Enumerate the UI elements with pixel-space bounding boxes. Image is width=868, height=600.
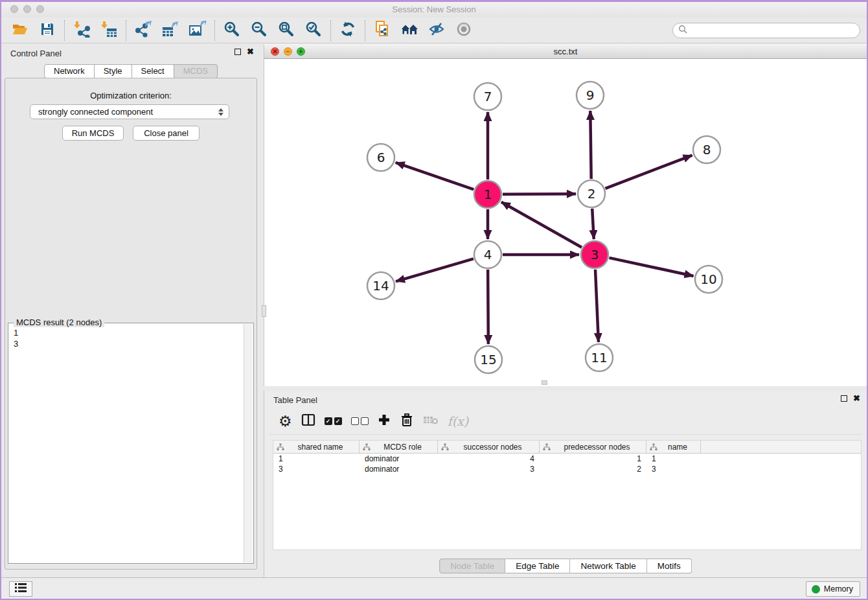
- delete-columns-button[interactable]: [400, 411, 414, 431]
- export-table-icon: [161, 21, 179, 40]
- save-icon: [40, 21, 55, 40]
- tab-edge-table[interactable]: Edge Table: [505, 559, 570, 573]
- table-cell[interactable]: 1: [646, 454, 701, 464]
- edge-3-10[interactable]: [609, 258, 693, 276]
- tab-motifs[interactable]: Motifs: [647, 559, 692, 573]
- split-columns-button[interactable]: [301, 411, 315, 431]
- float-panel-icon[interactable]: [234, 49, 241, 55]
- save-session-button[interactable]: [34, 19, 61, 41]
- export-table-button[interactable]: [157, 19, 184, 41]
- table-cell[interactable]: 3: [646, 464, 701, 474]
- network-graph[interactable]: 7968124314101511: [264, 59, 868, 386]
- network-view-titlebar[interactable]: ✕ − + scc.txt: [264, 44, 867, 59]
- list-icon: [14, 583, 27, 595]
- edge-2-9[interactable]: [590, 111, 591, 179]
- node-table[interactable]: shared nameMCDS rolesuccessor nodesprede…: [273, 440, 862, 550]
- column-header-successor-nodes[interactable]: successor nodes: [438, 441, 540, 453]
- control-panel-title: Control Panel: [10, 49, 62, 58]
- refresh-icon: [339, 21, 356, 40]
- select-all-button[interactable]: ✓✓: [325, 411, 342, 431]
- export-image-button[interactable]: [184, 19, 211, 41]
- edge-2-8[interactable]: [605, 156, 692, 189]
- table-settings-button[interactable]: ⚙: [279, 411, 292, 431]
- graph-node-label-7: 7: [484, 89, 492, 104]
- eye-slash-icon: [428, 21, 445, 40]
- edge-3-1[interactable]: [501, 202, 582, 248]
- import-table-button[interactable]: [95, 19, 122, 41]
- graph-node-label-15: 15: [480, 352, 496, 367]
- table-cell[interactable]: 1: [540, 454, 646, 464]
- duplicate-network-icon: [374, 20, 391, 41]
- network-canvas[interactable]: 7968124314101511: [264, 59, 867, 386]
- tab-network-table[interactable]: Network Table: [571, 559, 647, 573]
- table-cell[interactable]: 3: [438, 464, 540, 474]
- edge-1-2[interactable]: [503, 194, 576, 194]
- table-header-row: shared nameMCDS rolesuccessor nodesprede…: [273, 441, 861, 454]
- table-row[interactable]: 3dominator323: [273, 464, 861, 474]
- duplicate-network-button[interactable]: [369, 19, 396, 41]
- import-network-button[interactable]: [68, 19, 95, 41]
- delete-table-icon: [423, 414, 439, 428]
- panel-list-button[interactable]: [9, 581, 32, 597]
- tab-node-table[interactable]: Node Table: [439, 559, 505, 573]
- zoom-in-button[interactable]: [218, 19, 246, 41]
- tab-style[interactable]: Style: [95, 64, 132, 78]
- eye-icon: [455, 21, 472, 40]
- zoom-in-icon: [223, 21, 240, 40]
- table-cell[interactable]: 3: [273, 464, 360, 474]
- hide-details-button[interactable]: [423, 19, 450, 41]
- edge-4-15[interactable]: [488, 270, 488, 344]
- edge-3-11[interactable]: [595, 270, 599, 342]
- tab-mcds[interactable]: MCDS: [174, 64, 218, 78]
- table-cell[interactable]: dominator: [360, 454, 438, 464]
- run-mcds-button[interactable]: Run MCDS: [62, 126, 124, 141]
- table-cell[interactable]: dominator: [360, 464, 438, 474]
- result-scrollbar[interactable]: [244, 324, 253, 562]
- open-session-button[interactable]: [6, 19, 34, 41]
- refresh-layout-button[interactable]: [334, 19, 361, 41]
- zoom-fit-button[interactable]: [273, 19, 300, 41]
- table-cell[interactable]: 4: [438, 454, 540, 464]
- dropdown-stepper-icon: [217, 107, 225, 117]
- control-panel-tabs: NetworkStyleSelectMCDS: [44, 64, 218, 78]
- search-input[interactable]: [688, 25, 860, 36]
- export-network-button[interactable]: [130, 19, 157, 41]
- table-row[interactable]: 1dominator411: [273, 454, 861, 464]
- home-networks-button[interactable]: [396, 19, 423, 41]
- show-details-button[interactable]: [450, 19, 477, 41]
- close-panel-icon[interactable]: ✖: [853, 395, 860, 402]
- search-box[interactable]: [672, 23, 860, 38]
- export-network-icon: [135, 21, 152, 40]
- zoom-fit-icon: [278, 21, 295, 40]
- tab-network[interactable]: Network: [44, 64, 95, 78]
- column-header-shared-name[interactable]: shared name: [273, 441, 360, 453]
- close-panel-button[interactable]: Close panel: [133, 126, 200, 141]
- edge-4-14[interactable]: [396, 259, 474, 281]
- memory-button[interactable]: Memory: [806, 581, 860, 597]
- memory-label: Memory: [824, 584, 853, 594]
- table-cell[interactable]: 1: [273, 454, 360, 464]
- graph-node-label-3: 3: [591, 247, 599, 262]
- graph-node-label-4: 4: [484, 247, 492, 262]
- column-header-predecessor-nodes[interactable]: predecessor nodes: [540, 441, 646, 453]
- table-panel-tabs: Node TableEdge TableNetwork TableMotifs: [439, 559, 692, 573]
- add-column-button[interactable]: [378, 411, 391, 431]
- float-panel-icon[interactable]: [841, 395, 847, 402]
- edge-2-3[interactable]: [592, 209, 594, 239]
- panel-divider-grip[interactable]: [262, 305, 266, 317]
- zoom-selected-button[interactable]: [300, 19, 327, 41]
- canvas-scroll-grip[interactable]: [542, 380, 547, 385]
- deselect-all-button[interactable]: [351, 411, 369, 431]
- table-cell[interactable]: 2: [540, 464, 646, 474]
- window-titlebar: Session: New Session: [1, 2, 867, 17]
- column-header-MCDS-role[interactable]: MCDS role: [360, 441, 438, 453]
- optimization-criterion-dropdown[interactable]: strongly connected component: [30, 104, 229, 119]
- close-panel-icon[interactable]: ✖: [247, 49, 254, 55]
- zoom-out-button[interactable]: [246, 19, 273, 41]
- column-header-name[interactable]: name: [646, 441, 701, 453]
- dropdown-value: strongly connected component: [38, 107, 153, 117]
- mcds-result-list[interactable]: 13: [8, 326, 243, 563]
- table-body: 1dominator4113dominator323: [273, 454, 861, 474]
- tab-select[interactable]: Select: [132, 64, 174, 78]
- edge-1-6[interactable]: [396, 163, 474, 190]
